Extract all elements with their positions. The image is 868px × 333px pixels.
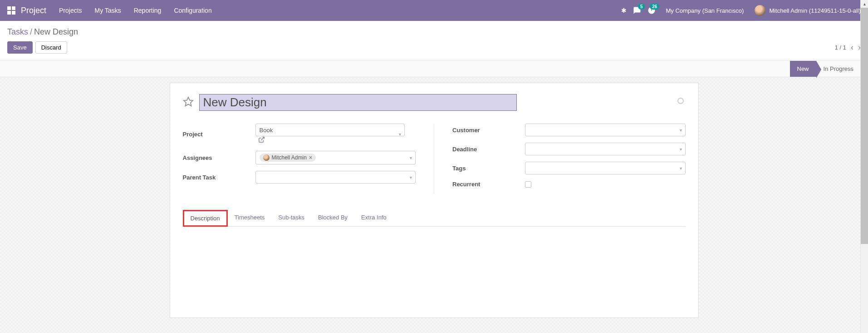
scrollbar[interactable]: ▴ [860,0,868,333]
discard-button[interactable]: Discard [35,41,67,54]
project-select[interactable]: Book [255,124,405,136]
main-menu: Projects My Tasks Reporting Configuratio… [59,7,212,14]
label-parent-task: Parent Task [183,174,255,181]
field-grid: Project Book ▾ Assignees [183,124,686,194]
parent-task-select[interactable] [255,171,416,184]
project-select-value: Book [260,127,273,134]
pager-prev-icon[interactable]: ‹ [851,43,853,52]
menu-my-tasks[interactable]: My Tasks [95,7,121,14]
kanban-state-icon[interactable] [677,98,684,104]
field-project: Project Book ▾ [183,124,416,144]
avatar [755,5,765,16]
pager: 1 / 1 ‹ › [835,43,861,52]
menu-configuration[interactable]: Configuration [174,7,211,14]
pager-count: 1 / 1 [835,44,846,51]
messages-icon[interactable]: 5 [633,6,641,15]
breadcrumb-root[interactable]: Tasks [7,27,28,37]
activities-badge: 26 [650,4,659,10]
breadcrumb-current: New Design [34,27,78,37]
left-column: Project Book ▾ Assignees [183,124,435,194]
tab-timesheets[interactable]: Timesheets [228,210,272,227]
label-customer: Customer [452,127,525,134]
company-switcher[interactable]: My Company (San Francisco) [666,7,744,14]
scroll-thumb[interactable] [861,8,868,244]
stage-in-progress[interactable]: In Progress [816,61,861,77]
apps-icon[interactable] [7,6,15,15]
field-parent-task: Parent Task ▾ [183,171,416,184]
status-bar: New In Progress [0,60,868,77]
breadcrumb-bar: Tasks / New Design [0,21,868,37]
label-project: Project [183,131,255,138]
external-link-icon[interactable] [258,137,265,144]
title-row [183,94,686,111]
field-assignees: Assignees Mitchell Admin × ▾ [183,151,416,164]
tags-select[interactable] [525,162,686,174]
assignee-chip-label: Mitchell Admin [272,154,307,161]
field-tags: Tags ▾ [452,162,686,174]
scroll-up-icon[interactable]: ▴ [861,0,868,8]
label-recurrent: Recurrent [452,181,525,188]
assignee-chip: Mitchell Admin × [260,154,316,162]
tab-extra-info[interactable]: Extra Info [354,210,393,227]
assignees-select[interactable]: Mitchell Admin × [255,151,416,164]
action-bar: Save Discard 1 / 1 ‹ › [0,37,868,60]
customer-select[interactable] [525,124,686,136]
breadcrumb: Tasks / New Design [7,27,78,37]
form-sheet: Project Book ▾ Assignees [170,83,699,318]
field-customer: Customer ▾ [452,124,686,136]
remove-chip-icon[interactable]: × [309,154,312,161]
label-deadline: Deadline [452,146,525,153]
debug-icon[interactable]: ✱ [621,7,627,14]
tab-blocked-by[interactable]: Blocked By [311,210,354,227]
field-recurrent: Recurrent [452,181,686,188]
right-column: Customer ▾ Deadline ▾ [452,124,686,194]
label-tags: Tags [452,165,525,172]
top-nav: Project Projects My Tasks Reporting Conf… [0,0,868,21]
label-assignees: Assignees [183,154,255,161]
deadline-input[interactable] [525,143,686,155]
menu-projects[interactable]: Projects [59,7,82,14]
field-deadline: Deadline ▾ [452,143,686,155]
save-button[interactable]: Save [7,41,33,54]
task-title-input[interactable] [199,94,517,111]
breadcrumb-sep: / [30,27,32,37]
tab-description[interactable]: Description [183,210,228,227]
svg-marker-0 [184,97,193,106]
form-body: Project Book ▾ Assignees [0,77,868,333]
activities-icon[interactable]: 26 [647,6,656,15]
recurrent-checkbox[interactable] [525,181,531,188]
form-tabs: Description Timesheets Sub-tasks Blocked… [183,209,686,227]
messages-badge: 5 [638,4,645,10]
priority-star-icon[interactable] [183,96,194,109]
systray: ✱ 5 26 My Company (San Francisco) Mitche… [621,5,861,16]
tab-subtasks[interactable]: Sub-tasks [271,210,311,227]
stage-new[interactable]: New [790,61,816,77]
avatar-icon [263,154,270,161]
app-brand[interactable]: Project [21,6,46,15]
menu-reporting[interactable]: Reporting [134,7,162,14]
user-menu[interactable]: Mitchell Admin (11249511-15-0-all) [755,5,861,16]
user-name: Mitchell Admin (11249511-15-0-all) [769,7,861,14]
svg-line-1 [261,137,264,140]
